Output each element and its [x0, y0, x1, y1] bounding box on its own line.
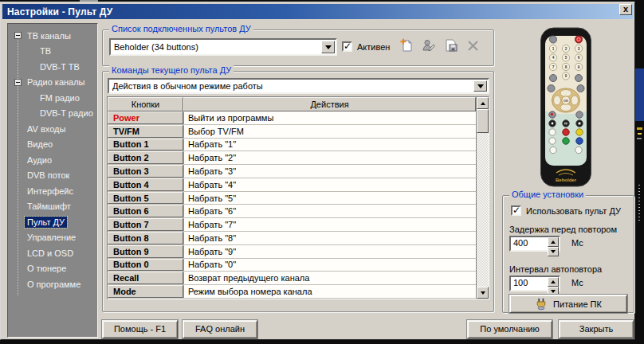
- sidebar-item[interactable]: DVB-T радио: [8, 106, 97, 122]
- action-cell[interactable]: Набрать "9": [183, 245, 476, 258]
- repeat-delay-label: Задержка перед повтором: [509, 225, 617, 234]
- sidebar-item[interactable]: DVB поток: [8, 168, 97, 184]
- column-header-buttons[interactable]: Кнопки: [108, 97, 183, 111]
- scroll-down-icon[interactable]: [477, 287, 489, 299]
- button-name-cell[interactable]: Button 9: [108, 245, 183, 258]
- titlebar[interactable]: Настройки - Пульт ДУ: [2, 4, 633, 19]
- button-name-cell[interactable]: Button 2: [108, 151, 183, 164]
- active-checkbox-label: Активен: [357, 42, 390, 52]
- tree-collapse-icon[interactable]: [14, 32, 22, 39]
- background-window-edge: [635, 68, 644, 121]
- sidebar-item[interactable]: Пульт ДУ: [8, 214, 97, 230]
- svg-text:4: 4: [552, 56, 555, 60]
- repeat-delay-value[interactable]: 400: [513, 238, 528, 248]
- sidebar-item[interactable]: Радио каналы: [8, 75, 97, 91]
- action-cell[interactable]: Набрать "7": [183, 218, 476, 231]
- remote-list-group-title: Список подключенных пультов ДУ: [109, 24, 253, 33]
- repeat-interval-value[interactable]: 100: [513, 278, 528, 287]
- sidebar-item[interactable]: DVB-T ТВ: [8, 59, 97, 75]
- button-name-cell[interactable]: Button 7: [108, 218, 183, 231]
- sidebar-item[interactable]: Аудио: [8, 152, 97, 168]
- pc-power-button[interactable]: Питание ПК: [509, 295, 627, 313]
- commands-group: Команды текущего пульта ДУ Действия в об…: [102, 71, 494, 312]
- svg-text:OK: OK: [564, 99, 568, 103]
- sidebar-item[interactable]: LCD и OSD: [8, 245, 97, 261]
- action-cell[interactable]: Набрать "2": [183, 151, 476, 164]
- edit-remote-icon[interactable]: [421, 37, 437, 53]
- button-name-cell[interactable]: Button 0: [108, 259, 183, 272]
- sidebar-item-label: Управление: [25, 232, 78, 243]
- scroll-up-icon[interactable]: [477, 97, 489, 109]
- sidebar-item[interactable]: ТВ: [8, 44, 97, 60]
- action-cell[interactable]: Возврат предыдущего канала: [183, 272, 476, 284]
- active-checkbox[interactable]: [342, 41, 352, 52]
- spin-down-icon[interactable]: [548, 247, 559, 256]
- sidebar-item[interactable]: О программе: [8, 276, 97, 292]
- commands-group-title: Команды текущего пульта ДУ: [109, 65, 234, 75]
- help-button[interactable]: Помощь - F1: [102, 320, 178, 338]
- button-name-cell[interactable]: Power: [108, 111, 183, 124]
- dropdown-arrow-icon[interactable]: [321, 41, 335, 53]
- close-button[interactable]: Закрыть: [559, 320, 634, 338]
- action-cell[interactable]: Выбор TV/FM: [183, 125, 476, 138]
- spin-up-icon[interactable]: [548, 237, 559, 247]
- sidebar-item[interactable]: Видео: [8, 137, 97, 153]
- background-fleck: [637, 138, 642, 139]
- button-name-cell[interactable]: TV/FM: [108, 125, 183, 138]
- faq-button[interactable]: FAQ онлайн: [183, 320, 257, 338]
- use-remote-checkbox[interactable]: [511, 205, 521, 216]
- button-name-cell[interactable]: Button 5: [108, 192, 183, 205]
- button-name-cell[interactable]: Recall: [108, 272, 183, 284]
- background-strip: [635, 0, 644, 344]
- dropdown-arrow-icon[interactable]: [473, 80, 487, 92]
- repeat-delay-spinner[interactable]: 400: [509, 236, 560, 252]
- button-name-cell[interactable]: Button 3: [108, 165, 183, 178]
- table-row: Button 5 Набрать "5": [108, 192, 476, 205]
- delete-remote-icon[interactable]: [465, 37, 481, 53]
- sidebar-item-label: DVB-T ТВ: [37, 61, 82, 72]
- save-remote-icon[interactable]: [443, 37, 459, 53]
- button-name-cell[interactable]: Button 6: [108, 205, 183, 217]
- action-cell[interactable]: Набрать "4": [183, 178, 476, 191]
- sidebar-item[interactable]: Интерфейс: [8, 183, 97, 199]
- action-cell[interactable]: Режим выбора номера канала: [183, 285, 476, 298]
- column-header-actions[interactable]: Действия: [183, 97, 476, 111]
- button-name-cell[interactable]: Button 8: [108, 232, 183, 244]
- remote-select[interactable]: Beholder (34 buttons): [109, 38, 337, 56]
- remote-surf-button: [563, 129, 569, 135]
- sidebar-item[interactable]: FM радио: [8, 90, 97, 106]
- sidebar-item[interactable]: Таймшифт: [8, 199, 97, 215]
- tree-collapse-icon[interactable]: [14, 79, 22, 86]
- table-row: Button 1 Набрать "1": [108, 139, 476, 152]
- general-settings-group: Общие установки Использовать пульт ДУ За…: [502, 195, 634, 313]
- action-cell[interactable]: Набрать "5": [183, 192, 476, 205]
- sidebar-item[interactable]: О тюнере: [8, 261, 97, 277]
- action-cell[interactable]: Выйти из программы: [183, 111, 476, 124]
- window-title: Настройки - Пульт ДУ: [2, 6, 112, 18]
- action-cell[interactable]: Набрать "0": [183, 259, 476, 272]
- repeat-interval-spinner[interactable]: 100: [509, 276, 560, 291]
- scrollbar-thumb[interactable]: [477, 109, 489, 133]
- remote-recall-button: [550, 75, 557, 82]
- button-name-cell[interactable]: Mode: [108, 285, 183, 298]
- table-header: Кнопки Действия: [108, 97, 476, 111]
- scrollbar-track[interactable]: [477, 109, 489, 287]
- close-window-icon[interactable]: x: [619, 4, 632, 15]
- button-name-cell[interactable]: Button 4: [108, 178, 183, 191]
- action-cell[interactable]: Набрать "6": [183, 205, 476, 217]
- sidebar-item[interactable]: Управление: [8, 230, 97, 246]
- spin-up-icon[interactable]: [548, 277, 559, 287]
- table-row: Button 7 Набрать "7": [108, 218, 476, 232]
- table-scrollbar[interactable]: [476, 97, 489, 299]
- defaults-button[interactable]: По умолчанию: [467, 320, 552, 338]
- sidebar-item[interactable]: ТВ каналы: [8, 28, 97, 44]
- new-remote-icon[interactable]: [399, 37, 414, 53]
- button-name-cell[interactable]: Button 1: [108, 139, 183, 151]
- table-row: Mode Режим выбора номера канала: [108, 285, 476, 299]
- sidebar-item[interactable]: AV входы: [8, 121, 97, 137]
- action-cell[interactable]: Набрать "3": [183, 165, 476, 178]
- action-cell[interactable]: Набрать "8": [183, 232, 476, 244]
- command-mode-select[interactable]: Действия в обычном режиме работы: [108, 78, 489, 94]
- action-cell[interactable]: Набрать "1": [183, 139, 476, 151]
- sidebar-item-label: AV входы: [25, 123, 68, 135]
